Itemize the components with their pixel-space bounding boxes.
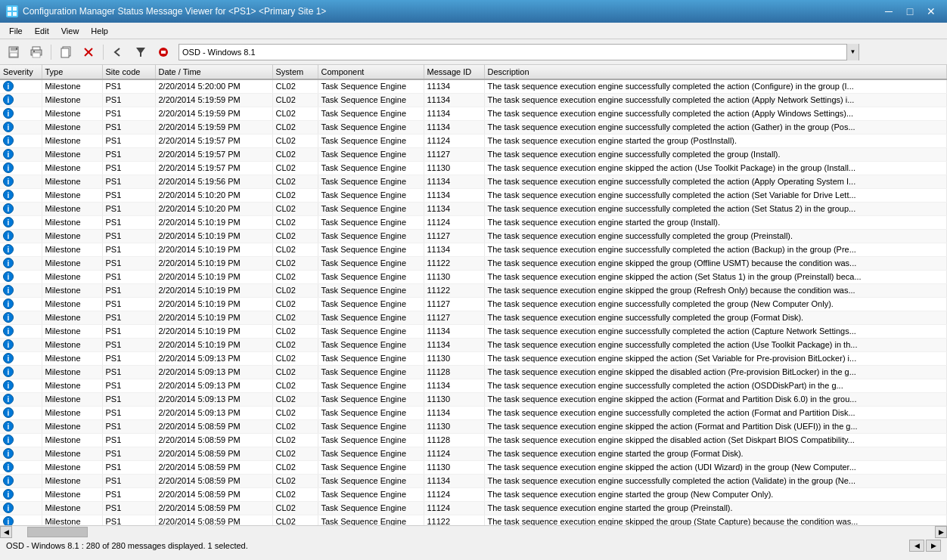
menu-help[interactable]: Help xyxy=(85,25,114,37)
table-row[interactable]: i Milestone PS1 2/20/2014 5:10:19 PM CL0… xyxy=(0,338,947,351)
cell-type: Milestone xyxy=(42,474,102,487)
table-row[interactable]: i Milestone PS1 2/20/2014 5:10:19 PM CL0… xyxy=(0,243,947,256)
table-row[interactable]: i Milestone PS1 2/20/2014 5:10:19 PM CL0… xyxy=(0,229,947,243)
table-row[interactable]: i Milestone PS1 2/20/2014 5:10:19 PM CL0… xyxy=(0,283,947,297)
cell-msgid: 11134 xyxy=(424,175,484,188)
status-bar: OSD - Windows 8.1 : 280 of 280 messages … xyxy=(0,537,947,552)
table-row[interactable]: i Milestone PS1 2/20/2014 5:08:59 PM CL0… xyxy=(0,487,947,501)
table-row[interactable]: i Milestone PS1 2/20/2014 5:19:59 PM CL0… xyxy=(0,93,947,107)
table-row[interactable]: i Milestone PS1 2/20/2014 5:19:59 PM CL0… xyxy=(0,120,947,134)
hscroll-thumb[interactable] xyxy=(27,527,88,537)
cell-desc: The task sequence execution engine start… xyxy=(484,134,947,147)
cell-component: Task Sequence Engine xyxy=(318,324,424,338)
table-row[interactable]: i Milestone PS1 2/20/2014 5:19:57 PM CL0… xyxy=(0,147,947,161)
cell-type: Milestone xyxy=(42,134,102,147)
table-row[interactable]: i Milestone PS1 2/20/2014 5:08:59 PM CL0… xyxy=(0,460,947,474)
cell-sitecode: PS1 xyxy=(102,433,155,447)
cell-sitecode: PS1 xyxy=(102,243,155,256)
table-row[interactable]: i Milestone PS1 2/20/2014 5:09:13 PM CL0… xyxy=(0,406,947,419)
cell-component: Task Sequence Engine xyxy=(318,338,424,351)
table-row[interactable]: i Milestone PS1 2/20/2014 5:10:19 PM CL0… xyxy=(0,270,947,283)
horizontal-scrollbar[interactable]: ◀ ▶ xyxy=(0,525,947,537)
table-row[interactable]: i Milestone PS1 2/20/2014 5:08:59 PM CL0… xyxy=(0,515,947,525)
table-row[interactable]: i Milestone PS1 2/20/2014 5:09:13 PM CL0… xyxy=(0,392,947,406)
table-row[interactable]: i Milestone PS1 2/20/2014 5:10:19 PM CL0… xyxy=(0,215,947,229)
cell-datetime: 2/20/2014 5:09:13 PM xyxy=(155,365,272,379)
menu-file[interactable]: File xyxy=(3,25,29,37)
severity-icon: i xyxy=(3,149,14,159)
cell-severity: i xyxy=(0,474,42,487)
cell-desc: The task sequence execution engine succe… xyxy=(484,243,947,256)
table-row[interactable]: i Milestone PS1 2/20/2014 5:10:19 PM CL0… xyxy=(0,311,947,324)
cell-type: Milestone xyxy=(42,107,102,120)
table-row[interactable]: i Milestone PS1 2/20/2014 5:09:13 PM CL0… xyxy=(0,379,947,392)
save-button[interactable] xyxy=(3,42,24,62)
cell-desc: The task sequence execution engine succe… xyxy=(484,379,947,392)
severity-icon: i xyxy=(3,435,14,445)
cell-system: CL02 xyxy=(272,93,318,107)
table-row[interactable]: i Milestone PS1 2/20/2014 5:09:13 PM CL0… xyxy=(0,351,947,365)
query-dropdown[interactable]: ▼ xyxy=(179,44,859,60)
back-button[interactable] xyxy=(107,42,129,62)
progress-left[interactable]: ◀ xyxy=(909,540,924,552)
table-row[interactable]: i Milestone PS1 2/20/2014 5:08:59 PM CL0… xyxy=(0,447,947,460)
col-header-component[interactable]: Component xyxy=(318,65,424,79)
table-row[interactable]: i Milestone PS1 2/20/2014 5:08:59 PM CL0… xyxy=(0,501,947,515)
table-row[interactable]: i Milestone PS1 2/20/2014 5:19:57 PM CL0… xyxy=(0,161,947,175)
table-row[interactable]: i Milestone PS1 2/20/2014 5:08:59 PM CL0… xyxy=(0,433,947,447)
cell-system: CL02 xyxy=(272,379,318,392)
cell-sitecode: PS1 xyxy=(102,501,155,515)
minimize-button[interactable]: ─ xyxy=(879,4,899,19)
cell-msgid: 11127 xyxy=(424,147,484,161)
severity-icon: i xyxy=(3,503,14,513)
restore-button[interactable]: □ xyxy=(900,4,920,19)
filter-button[interactable] xyxy=(130,42,151,62)
table-row[interactable]: i Milestone PS1 2/20/2014 5:10:20 PM CL0… xyxy=(0,188,947,202)
cell-component: Task Sequence Engine xyxy=(318,311,424,324)
severity-icon: i xyxy=(3,326,14,336)
cell-severity: i xyxy=(0,147,42,161)
cell-type: Milestone xyxy=(42,79,102,93)
table-row[interactable]: i Milestone PS1 2/20/2014 5:19:56 PM CL0… xyxy=(0,175,947,188)
severity-icon: i xyxy=(3,394,14,404)
hscroll-right-btn[interactable]: ▶ xyxy=(935,526,947,538)
cell-severity: i xyxy=(0,365,42,379)
table-row[interactable]: i Milestone PS1 2/20/2014 5:09:13 PM CL0… xyxy=(0,365,947,379)
severity-icon: i xyxy=(3,380,14,391)
query-input[interactable] xyxy=(179,48,846,57)
col-header-severity[interactable]: Severity xyxy=(0,65,42,79)
table-row[interactable]: i Milestone PS1 2/20/2014 5:10:19 PM CL0… xyxy=(0,297,947,311)
cell-msgid: 11124 xyxy=(424,501,484,515)
col-header-sitecode[interactable]: Site code xyxy=(102,65,155,79)
table-row[interactable]: i Milestone PS1 2/20/2014 5:19:57 PM CL0… xyxy=(0,134,947,147)
status-text: OSD - Windows 8.1 : 280 of 280 messages … xyxy=(6,541,248,550)
cell-desc: The task sequence execution engine skipp… xyxy=(484,283,947,297)
col-header-datetime[interactable]: Date / Time xyxy=(155,65,272,79)
print-button[interactable] xyxy=(26,42,47,62)
copy-button[interactable] xyxy=(55,42,76,62)
table-row[interactable]: i Milestone PS1 2/20/2014 5:10:19 PM CL0… xyxy=(0,324,947,338)
message-table-container[interactable]: Severity Type Site code Date / Time Syst… xyxy=(0,65,947,525)
hscroll-left-btn[interactable]: ◀ xyxy=(0,526,12,538)
delete-button[interactable] xyxy=(78,42,99,62)
col-header-type[interactable]: Type xyxy=(42,65,102,79)
hscroll-track[interactable] xyxy=(12,526,935,538)
title-bar: Configuration Manager Status Message Vie… xyxy=(0,0,947,23)
menu-view[interactable]: View xyxy=(55,25,85,37)
table-row[interactable]: i Milestone PS1 2/20/2014 5:10:19 PM CL0… xyxy=(0,256,947,270)
table-row[interactable]: i Milestone PS1 2/20/2014 5:19:59 PM CL0… xyxy=(0,107,947,120)
table-row[interactable]: i Milestone PS1 2/20/2014 5:20:00 PM CL0… xyxy=(0,79,947,93)
progress-right[interactable]: ▶ xyxy=(926,540,941,552)
menu-edit[interactable]: Edit xyxy=(29,25,55,37)
col-header-system[interactable]: System xyxy=(272,65,318,79)
severity-icon: i xyxy=(3,489,14,500)
table-row[interactable]: i Milestone PS1 2/20/2014 5:10:20 PM CL0… xyxy=(0,202,947,215)
cell-desc: The task sequence execution engine succe… xyxy=(484,93,947,107)
dropdown-arrow[interactable]: ▼ xyxy=(846,44,859,60)
close-button[interactable]: ✕ xyxy=(921,4,941,19)
table-row[interactable]: i Milestone PS1 2/20/2014 5:08:59 PM CL0… xyxy=(0,474,947,487)
table-row[interactable]: i Milestone PS1 2/20/2014 5:08:59 PM CL0… xyxy=(0,419,947,433)
stop-button[interactable] xyxy=(153,42,174,62)
col-header-desc[interactable]: Description xyxy=(484,65,947,79)
col-header-msgid[interactable]: Message ID xyxy=(424,65,484,79)
